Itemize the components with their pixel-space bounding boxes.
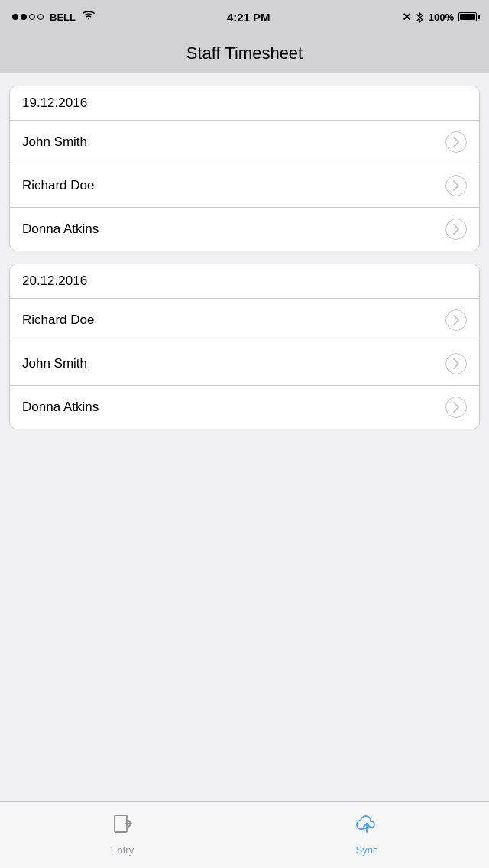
group-1-row-2[interactable]: Donna Atkins <box>10 386 479 429</box>
entry-tab-label: Entry <box>111 844 134 856</box>
group-0-row-0-chevron-icon <box>445 131 467 153</box>
tab-entry[interactable]: Entry <box>0 808 244 856</box>
group-1-row-0[interactable]: Richard Doe <box>10 299 479 342</box>
group-0-member-1-name: Richard Doe <box>22 178 95 193</box>
group-0-row-2-chevron-icon <box>445 219 467 240</box>
carrier-label: BELL <box>50 11 76 23</box>
entry-tab-icon <box>105 808 139 841</box>
main-content: 19.12.2016John Smith Richard Doe Donna A… <box>0 73 489 442</box>
nav-header: Staff Timesheet <box>0 34 489 73</box>
group-0-member-0-name: John Smith <box>22 134 87 150</box>
sync-tab-icon <box>350 808 384 841</box>
status-right: ⨯ 100% <box>402 10 477 24</box>
status-left: BELL <box>12 10 96 24</box>
sync-tab-label: Sync <box>356 844 378 856</box>
signal-dot-4 <box>37 14 44 20</box>
group-1-row-1[interactable]: John Smith <box>10 342 479 386</box>
group-1-member-0-name: Richard Doe <box>22 313 95 328</box>
group-1-date: 20.12.2016 <box>10 264 479 299</box>
group-0-row-0[interactable]: John Smith <box>10 121 479 164</box>
group-1: 20.12.2016Richard Doe John Smith Donna A… <box>9 264 480 429</box>
svg-point-0 <box>88 18 89 19</box>
tab-sync[interactable]: Sync <box>244 808 489 856</box>
wifi-icon <box>82 10 96 24</box>
group-1-member-2-name: Donna Atkins <box>22 400 99 415</box>
battery-percent: 100% <box>429 11 454 23</box>
group-1-row-0-chevron-icon <box>445 309 467 331</box>
signal-dot-2 <box>21 14 27 20</box>
tab-bar: Entry Sync <box>0 801 489 868</box>
group-0-date: 19.12.2016 <box>10 86 479 121</box>
signal-dots <box>12 14 44 20</box>
group-1-row-1-chevron-icon <box>445 353 467 374</box>
status-bar: BELL 4:21 PM ⨯ 100% <box>0 0 489 34</box>
group-1-member-1-name: John Smith <box>22 356 87 371</box>
page-title: Staff Timesheet <box>186 44 303 63</box>
group-0-member-2-name: Donna Atkins <box>22 222 99 237</box>
status-time: 4:21 PM <box>227 11 270 24</box>
battery-icon <box>458 12 477 21</box>
group-0-row-1-chevron-icon <box>445 175 467 196</box>
group-0-row-2[interactable]: Donna Atkins <box>10 208 479 251</box>
signal-dot-1 <box>12 14 18 20</box>
bluetooth-icon: ⨯ <box>402 10 424 24</box>
signal-dot-3 <box>29 14 35 20</box>
group-0: 19.12.2016John Smith Richard Doe Donna A… <box>9 86 480 251</box>
group-0-row-1[interactable]: Richard Doe <box>10 164 479 208</box>
group-1-row-2-chevron-icon <box>445 397 467 418</box>
svg-rect-1 <box>115 815 127 832</box>
